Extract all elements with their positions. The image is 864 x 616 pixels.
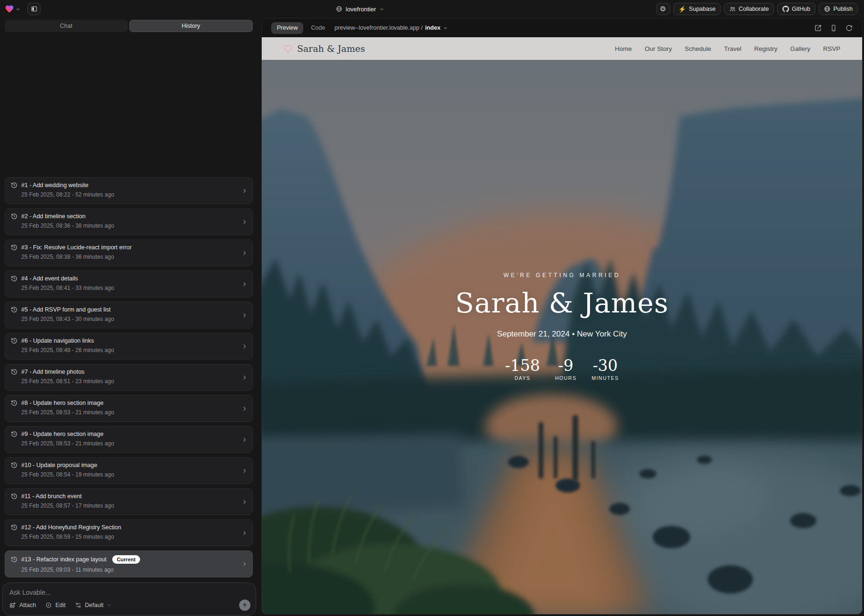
sidebar: Chat History #1 - Add wedding website 25… xyxy=(0,18,258,616)
lovable-logo-menu[interactable] xyxy=(5,4,21,14)
history-item[interactable]: #5 - Add RSVP form and guest list 25 Feb… xyxy=(5,302,253,329)
toggle-sidebar-button[interactable] xyxy=(27,3,41,15)
countdown: -158 DAYS -9 HOURS -30 MINUTES xyxy=(262,358,862,381)
topbar: lovefrontier ⚙ ⚡ Supabase Collaborate xyxy=(0,0,864,18)
history-restore-icon xyxy=(11,431,17,437)
history-item-timestamp: 25 Feb 2025, 08:57 - 17 minutes ago xyxy=(21,502,238,509)
edit-button[interactable]: Edit xyxy=(45,602,66,608)
history-item-title: #12 - Add Honeyfund Registry Section xyxy=(21,524,121,531)
settings-button[interactable]: ⚙ xyxy=(656,3,670,15)
history-item[interactable]: #7 - Add timeline photos 25 Feb 2025, 08… xyxy=(5,364,253,391)
history-item-title: #1 - Add wedding website xyxy=(21,182,88,189)
history-item-title: #2 - Add timeline section xyxy=(21,213,85,220)
history-item[interactable]: #13 - Refactor index page layout Current… xyxy=(5,550,253,577)
history-item[interactable]: #9 - Update hero section image 25 Feb 20… xyxy=(5,426,253,453)
collaborate-label: Collaborate xyxy=(739,6,769,12)
tab-preview[interactable]: Preview xyxy=(271,22,303,34)
chevron-right-icon xyxy=(241,467,248,474)
open-in-new-tab-icon[interactable] xyxy=(814,25,822,32)
github-icon xyxy=(782,6,789,12)
mobile-view-icon[interactable] xyxy=(830,25,837,32)
project-switcher[interactable]: lovefrontier xyxy=(336,0,384,18)
history-restore-icon xyxy=(11,462,17,468)
history-item[interactable]: #1 - Add wedding website 25 Feb 2025, 08… xyxy=(5,177,253,204)
hero-eyebrow: WE'RE GETTING MARRIED xyxy=(262,272,862,279)
tab-code[interactable]: Code xyxy=(311,25,325,31)
history-item-title: #13 - Refactor index page layout xyxy=(21,556,107,563)
attach-button[interactable]: Attach xyxy=(9,602,36,608)
chevron-right-icon xyxy=(241,498,248,505)
site-brand[interactable]: Sarah & James xyxy=(283,43,365,54)
tab-history[interactable]: History xyxy=(129,20,253,32)
history-item-timestamp: 25 Feb 2025, 08:53 - 21 minutes ago xyxy=(21,440,238,447)
history-restore-icon xyxy=(11,400,17,406)
github-button[interactable]: GitHub xyxy=(777,3,815,15)
history-item[interactable]: #6 - Update navigation links 25 Feb 2025… xyxy=(5,333,253,360)
history-item-title: #10 - Update proposal image xyxy=(21,462,97,468)
chevron-down-icon xyxy=(379,7,384,12)
lovable-app: lovefrontier ⚙ ⚡ Supabase Collaborate xyxy=(0,0,864,616)
hero-section: WE'RE GETTING MARRIED Sarah & James Sept… xyxy=(262,272,862,381)
nav-link-home[interactable]: Home xyxy=(615,45,632,52)
sidebar-panel-icon xyxy=(31,6,38,12)
history-restore-icon xyxy=(11,493,17,500)
target-icon xyxy=(45,602,52,608)
history-item-timestamp: 25 Feb 2025, 08:48 - 26 minutes ago xyxy=(21,347,238,353)
chevron-right-icon xyxy=(241,249,248,256)
chevron-right-icon xyxy=(241,218,248,225)
history-item-timestamp: 25 Feb 2025, 08:22 - 52 minutes ago xyxy=(21,191,238,198)
supabase-label: Supabase xyxy=(689,6,715,12)
nav-link-rsvp[interactable]: RSVP xyxy=(823,45,840,52)
supabase-icon: ⚡ xyxy=(679,6,686,12)
lovable-heart-icon xyxy=(5,4,14,14)
nav-link-our-story[interactable]: Our Story xyxy=(645,45,672,52)
history-list: #1 - Add wedding website 25 Feb 2025, 08… xyxy=(5,177,253,577)
hero-title: Sarah & James xyxy=(262,287,862,319)
history-item[interactable]: #11 - Add brunch event 25 Feb 2025, 08:5… xyxy=(5,488,253,515)
tab-chat[interactable]: Chat xyxy=(5,20,128,32)
nav-link-travel[interactable]: Travel xyxy=(724,45,741,52)
history-restore-icon xyxy=(11,182,17,189)
history-restore-icon xyxy=(11,213,17,220)
history-item[interactable]: #3 - Fix: Resolve Lucide-react import er… xyxy=(5,239,253,266)
preview-url[interactable]: preview--lovefrontier.lovable.app / inde… xyxy=(334,25,448,31)
history-restore-icon xyxy=(11,306,17,313)
history-restore-icon xyxy=(11,337,17,344)
history-restore-icon xyxy=(11,556,17,563)
nav-link-schedule[interactable]: Schedule xyxy=(685,45,711,52)
history-item[interactable]: #4 - Add event details 25 Feb 2025, 08:4… xyxy=(5,271,253,297)
chevron-right-icon xyxy=(241,187,248,194)
history-item-title: #4 - Add event details xyxy=(21,275,78,282)
publish-label: Publish xyxy=(833,6,853,12)
history-item-title: #3 - Fix: Resolve Lucide-react import er… xyxy=(21,244,132,251)
history-restore-icon xyxy=(11,244,17,251)
nav-link-registry[interactable]: Registry xyxy=(754,45,778,52)
chat-input[interactable]: Ask Lovable... xyxy=(9,589,249,596)
history-item[interactable]: #8 - Update hero section image 25 Feb 20… xyxy=(5,395,253,422)
send-button[interactable] xyxy=(239,600,250,611)
attach-label: Attach xyxy=(19,602,36,608)
refresh-icon[interactable] xyxy=(846,25,853,32)
countdown-days-value: -158 xyxy=(505,358,540,373)
chevron-right-icon xyxy=(241,280,248,287)
supabase-button[interactable]: ⚡ Supabase xyxy=(673,3,721,15)
history-item[interactable]: #12 - Add Honeyfund Registry Section 25 … xyxy=(5,519,253,546)
countdown-hours: -9 HOURS xyxy=(555,358,576,381)
heart-icon xyxy=(283,44,292,53)
history-item[interactable]: #10 - Update proposal image 25 Feb 2025,… xyxy=(5,457,253,484)
history-item-timestamp: 25 Feb 2025, 08:54 - 19 minutes ago xyxy=(21,471,238,478)
nav-link-gallery[interactable]: Gallery xyxy=(790,45,810,52)
history-item[interactable]: #2 - Add timeline section 25 Feb 2025, 0… xyxy=(5,208,253,235)
history-restore-icon xyxy=(11,524,17,531)
history-item-title: #6 - Update navigation links xyxy=(21,337,94,344)
countdown-hours-label: HOURS xyxy=(555,375,576,381)
publish-button[interactable]: Publish xyxy=(819,3,858,15)
site-brand-name: Sarah & James xyxy=(297,43,365,54)
chevron-right-icon xyxy=(241,436,248,443)
mode-select[interactable]: Default xyxy=(75,602,112,608)
current-badge: Current xyxy=(112,555,141,564)
edit-label: Edit xyxy=(55,602,66,608)
collaborate-button[interactable]: Collaborate xyxy=(724,3,774,15)
chevron-down-icon xyxy=(16,7,21,12)
history-item-timestamp: 25 Feb 2025, 09:03 - 11 minutes ago xyxy=(21,567,238,573)
